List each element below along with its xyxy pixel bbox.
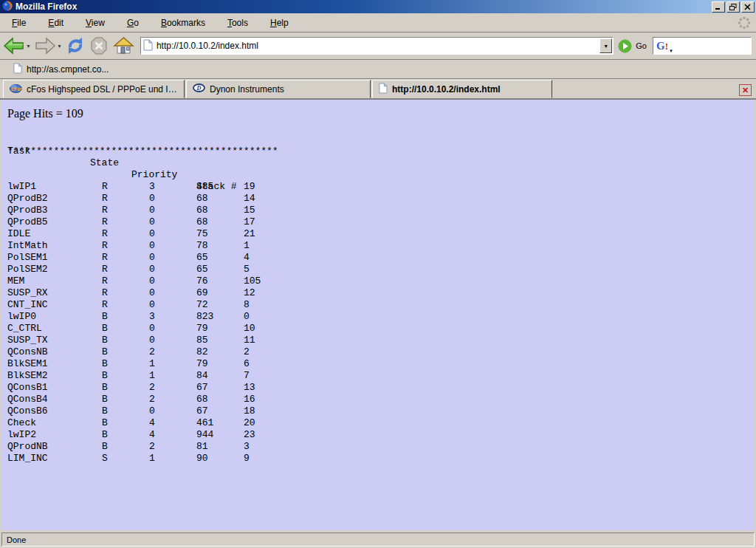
task-table-rows: lwIP1R348519QProdB2R06814QProdB3R06815QP… [7, 181, 755, 465]
task-cell-stack: 85 [196, 335, 208, 346]
task-cell-num: 15 [244, 205, 255, 216]
reload-button[interactable] [65, 36, 86, 55]
task-cell-state: B [102, 335, 108, 346]
tab-dynon[interactable]: D Dynon Instruments [186, 80, 371, 98]
menu-tools[interactable]: Tools [221, 16, 254, 30]
task-row: PolSEM2R0655 [7, 264, 755, 275]
task-cell-num: 2 [244, 346, 250, 358]
task-cell-task: CNT_INC [7, 299, 48, 311]
task-cell-num: 16 [244, 394, 255, 405]
google-logo-icon[interactable]: G!▼ [656, 41, 668, 52]
tab-active-index-page[interactable]: http://10.0.10.2/index.html [372, 80, 552, 98]
url-dropdown-button[interactable]: ▼ [599, 38, 612, 53]
task-cell-num: 8 [244, 299, 250, 311]
task-cell-num: 105 [244, 275, 261, 287]
task-cell-priority: 3 [149, 311, 155, 323]
menu-help[interactable]: Help [264, 16, 295, 30]
task-cell-stack: 68 [196, 205, 208, 216]
task-cell-priority: 2 [149, 346, 155, 358]
throbber-icon [737, 16, 752, 32]
task-row: QConsB6B06718 [7, 405, 755, 417]
url-bar[interactable]: http://10.0.10.2/index.html ▼ [140, 37, 614, 55]
task-cell-priority: 4 [149, 417, 155, 429]
task-row: SUSP_TXB08511 [7, 335, 755, 346]
menu-edit[interactable]: Edit [42, 16, 69, 30]
task-cell-priority: 2 [149, 382, 155, 394]
forward-dropdown-icon[interactable]: ▼ [57, 44, 62, 49]
task-cell-num: 7 [244, 370, 250, 382]
task-cell-stack: 69 [196, 287, 208, 299]
task-cell-task: QConsNB [7, 346, 48, 358]
menu-file[interactable]: File [6, 16, 32, 30]
tab-label: Dynon Instruments [210, 84, 284, 95]
task-cell-priority: 0 [149, 205, 155, 216]
task-cell-num: 3 [244, 441, 250, 453]
task-cell-task: QConsB4 [7, 394, 48, 405]
task-cell-state: B [102, 311, 108, 323]
task-cell-num: 1 [244, 240, 250, 252]
menu-go[interactable]: Go [121, 16, 145, 30]
task-cell-num: 19 [244, 181, 255, 193]
go-button[interactable]: Go [618, 39, 647, 53]
task-cell-priority: 0 [149, 216, 155, 228]
task-cell-priority: 0 [149, 405, 155, 417]
navigation-toolbar: ▼ ▼ [0, 32, 756, 60]
task-cell-stack: 84 [196, 370, 208, 382]
tab-cfos[interactable]: cFos cFos Highspeed DSL / PPPoE und ISDN… [3, 80, 185, 98]
task-cell-stack: 72 [196, 299, 208, 311]
task-cell-stack: 68 [196, 193, 208, 205]
task-cell-priority: 0 [149, 275, 155, 287]
task-cell-stack: 823 [196, 311, 213, 323]
restore-button[interactable] [726, 1, 740, 13]
page-icon [379, 83, 388, 96]
back-arrow-icon [3, 36, 25, 55]
task-cell-task: QConsB6 [7, 405, 48, 417]
task-cell-num: 12 [244, 287, 255, 299]
task-cell-stack: 68 [196, 216, 208, 228]
task-row: QProdB3R06815 [7, 205, 755, 216]
task-cell-state: B [102, 370, 108, 382]
task-cell-num: 13 [244, 382, 255, 394]
task-cell-num: 21 [244, 228, 255, 240]
task-row: SUSP_RXR06912 [7, 287, 755, 299]
task-cell-stack: 485 [196, 181, 213, 193]
page-icon [143, 39, 153, 53]
close-tab-button[interactable]: ✕ [739, 84, 752, 96]
back-dropdown-icon[interactable]: ▼ [26, 44, 31, 49]
task-cell-num: 20 [244, 417, 255, 429]
task-cell-task: QProdB5 [7, 216, 48, 228]
close-window-button[interactable] [741, 1, 755, 13]
task-cell-task: lwIP0 [7, 311, 36, 323]
back-button[interactable]: ▼ [3, 36, 31, 55]
table-separator: ****************************************… [7, 145, 755, 157]
task-cell-task: MEM [7, 275, 24, 287]
menu-view[interactable]: View [80, 16, 111, 30]
menu-bookmarks[interactable]: Bookmarks [155, 16, 211, 30]
home-button[interactable] [112, 36, 134, 55]
task-cell-task: IDLE [7, 228, 30, 240]
status-text: Done [1, 532, 755, 547]
minimize-button[interactable] [712, 1, 725, 13]
task-cell-stack: 67 [196, 405, 208, 417]
forward-button[interactable]: ▼ [34, 36, 62, 55]
task-row: QProdB5R06817 [7, 216, 755, 228]
task-cell-priority: 2 [149, 394, 155, 405]
task-cell-state: R [102, 181, 108, 193]
task-cell-priority: 1 [149, 358, 155, 370]
task-row: lwIP1R348519 [7, 181, 755, 193]
task-cell-task: Check [7, 417, 36, 429]
task-cell-priority: 0 [149, 252, 155, 264]
task-cell-priority: 0 [149, 287, 155, 299]
window-title: Mozilla Firefox [16, 1, 710, 12]
header-priority: Priority [131, 169, 177, 181]
task-cell-state: B [102, 417, 108, 429]
stop-button[interactable] [89, 36, 109, 55]
search-input[interactable]: G!▼ [653, 37, 752, 55]
url-input[interactable]: http://10.0.10.2/index.html [157, 41, 599, 51]
task-cell-priority: 0 [149, 228, 155, 240]
bookmark-item[interactable]: http://as.cmpnet.co... [6, 61, 111, 78]
task-cell-stack: 75 [196, 228, 208, 240]
task-cell-task: SUSP_RX [7, 287, 48, 299]
task-row: QConsB1B26713 [7, 382, 755, 394]
task-cell-state: R [102, 240, 108, 252]
